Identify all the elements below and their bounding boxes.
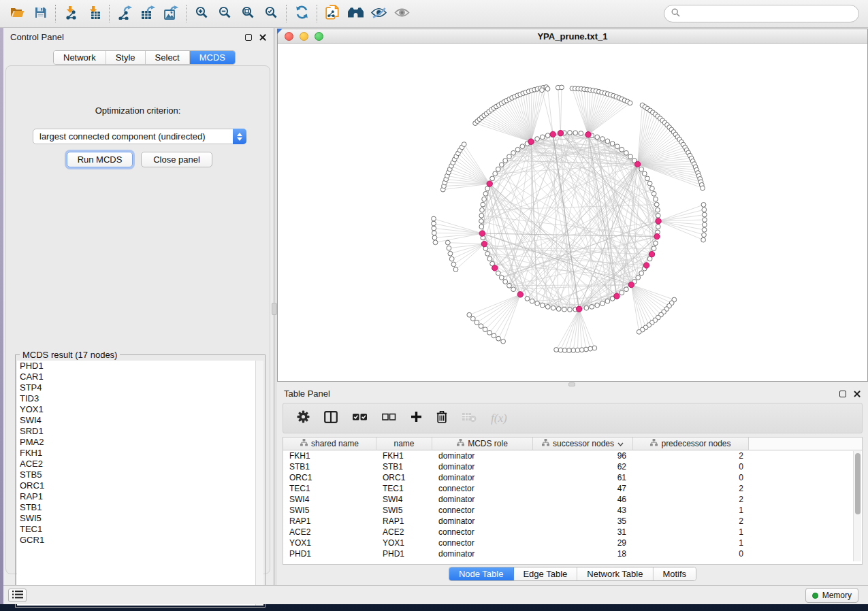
list-item[interactable]: CAR1 [17, 371, 257, 382]
cell-name[interactable]: FKH1 [376, 450, 432, 461]
cell-name[interactable]: PHD1 [376, 548, 432, 559]
mcds-list-scrollbar[interactable] [255, 361, 263, 606]
list-item[interactable]: SRD1 [17, 426, 257, 437]
list-item[interactable]: RAP1 [17, 491, 257, 502]
cell-shared_name[interactable]: ACE2 [283, 527, 376, 538]
network-canvas[interactable] [278, 44, 867, 381]
list-item[interactable]: PMA2 [17, 437, 257, 448]
clone-network-button[interactable] [321, 2, 344, 25]
cell-successors[interactable]: 46 [533, 494, 633, 505]
show-columns-button[interactable] [324, 411, 338, 426]
table-row[interactable]: SWI4SWI4dominator462 [283, 494, 862, 505]
list-item[interactable]: TID3 [17, 393, 257, 404]
cell-predecessors[interactable]: 0 [633, 548, 749, 559]
vertical-splitter-grip[interactable] [272, 303, 277, 315]
export-network-button[interactable] [113, 2, 136, 25]
cell-successors[interactable]: 96 [533, 450, 633, 461]
cell-shared_name[interactable]: SWI4 [283, 494, 376, 505]
cell-predecessors[interactable]: 0 [633, 472, 749, 483]
deselect-all-button[interactable] [382, 412, 396, 425]
tab-mcds[interactable]: MCDS [190, 51, 235, 64]
list-item[interactable]: STP4 [17, 382, 257, 393]
cell-shared_name[interactable]: TEC1 [283, 483, 376, 494]
close-table-panel-icon[interactable] [853, 390, 861, 398]
cell-role[interactable]: dominator [432, 494, 533, 505]
list-item[interactable]: SWI4 [17, 415, 257, 426]
cell-name[interactable]: TEC1 [376, 483, 432, 494]
open-session-button[interactable] [5, 2, 29, 25]
cell-name[interactable]: ACE2 [376, 527, 432, 538]
close-window-icon[interactable] [285, 32, 293, 41]
table-row[interactable]: RAP1RAP1dominator352 [283, 516, 862, 527]
zoom-selected-button[interactable] [259, 2, 283, 25]
tab-network[interactable]: Network [54, 51, 106, 64]
cell-predecessors[interactable]: 2 [633, 450, 749, 461]
list-item[interactable]: ACE2 [17, 459, 257, 469]
run-mcds-button[interactable]: Run MCDS [67, 152, 133, 167]
cell-predecessors[interactable]: 1 [633, 538, 749, 548]
cell-role[interactable]: dominator [432, 461, 533, 472]
delete-button[interactable] [436, 410, 447, 426]
list-item[interactable]: STB5 [17, 469, 257, 480]
save-session-button[interactable] [29, 2, 52, 25]
cell-predecessors[interactable]: 0 [633, 461, 749, 472]
column-header-MCDS-role[interactable]: MCDS role [432, 437, 533, 450]
cell-shared_name[interactable]: RAP1 [283, 516, 376, 527]
cell-name[interactable]: STB1 [376, 461, 432, 472]
table-row[interactable]: ORC1ORC1dominator610 [283, 472, 862, 483]
binoculars-button[interactable] [344, 2, 367, 25]
import-table-button[interactable] [82, 2, 106, 25]
tab-edge-table[interactable]: Edge Table [513, 567, 577, 580]
float-table-panel-icon[interactable] [839, 391, 846, 397]
import-network-button[interactable] [59, 2, 82, 25]
settings-button[interactable] [297, 410, 310, 426]
column-header-predecessor-nodes[interactable]: predecessor nodes [633, 437, 749, 450]
cell-name[interactable]: SWI5 [376, 505, 432, 516]
cell-successors[interactable]: 35 [533, 516, 633, 527]
cell-name[interactable]: ORC1 [376, 472, 432, 483]
cell-predecessors[interactable]: 2 [633, 516, 749, 527]
cell-shared_name[interactable]: YOX1 [283, 538, 376, 548]
export-image-button[interactable] [159, 2, 182, 25]
network-window-titlebar[interactable]: YPA_prune.txt_1 [278, 29, 867, 44]
search-input[interactable] [684, 9, 852, 18]
close-panel-icon[interactable] [259, 33, 267, 42]
horizontal-splitter-grip[interactable] [568, 382, 575, 386]
zoom-fit-button[interactable] [236, 2, 259, 25]
table-row[interactable]: FKH1FKH1dominator962 [283, 450, 862, 461]
cell-successors[interactable]: 43 [533, 505, 633, 516]
memory-button[interactable]: Memory [805, 588, 858, 603]
cell-successors[interactable]: 29 [533, 538, 633, 548]
cell-shared_name[interactable]: PHD1 [283, 548, 376, 559]
list-item[interactable]: YOX1 [17, 404, 257, 415]
show-graphics-details-button[interactable] [390, 2, 413, 25]
cell-successors[interactable]: 62 [533, 461, 633, 472]
tab-network-table[interactable]: Network Table [577, 567, 653, 580]
column-header-name[interactable]: name [376, 437, 432, 450]
tab-style[interactable]: Style [106, 51, 146, 64]
cell-role[interactable]: dominator [432, 450, 533, 461]
cell-shared_name[interactable]: STB1 [283, 461, 376, 472]
column-header-successor-nodes[interactable]: successor nodes [533, 437, 633, 450]
cell-role[interactable]: connector [432, 527, 533, 538]
tab-motifs[interactable]: Motifs [653, 567, 696, 580]
search-box[interactable] [664, 5, 859, 22]
cell-role[interactable]: dominator [432, 472, 533, 483]
table-row[interactable]: YOX1YOX1connector291 [283, 538, 862, 548]
task-history-button[interactable] [8, 589, 27, 602]
cell-predecessors[interactable]: 2 [633, 494, 749, 505]
column-header-shared-name[interactable]: shared name [283, 437, 376, 450]
cell-name[interactable]: SWI4 [376, 494, 432, 505]
cell-predecessors[interactable]: 2 [633, 483, 749, 494]
tab-select[interactable]: Select [146, 51, 190, 64]
network-graph[interactable] [278, 44, 867, 381]
list-item[interactable]: STB1 [17, 502, 257, 513]
table-row[interactable]: PHD1PHD1dominator180 [283, 548, 862, 559]
cell-shared_name[interactable]: SWI5 [283, 505, 376, 516]
cell-successors[interactable]: 18 [533, 548, 633, 559]
cell-role[interactable]: connector [432, 483, 533, 494]
list-item[interactable]: ORC1 [17, 480, 257, 491]
refresh-button[interactable] [290, 2, 313, 25]
list-item[interactable]: TEC1 [17, 524, 257, 535]
hide-graphics-details-button[interactable] [367, 2, 390, 25]
